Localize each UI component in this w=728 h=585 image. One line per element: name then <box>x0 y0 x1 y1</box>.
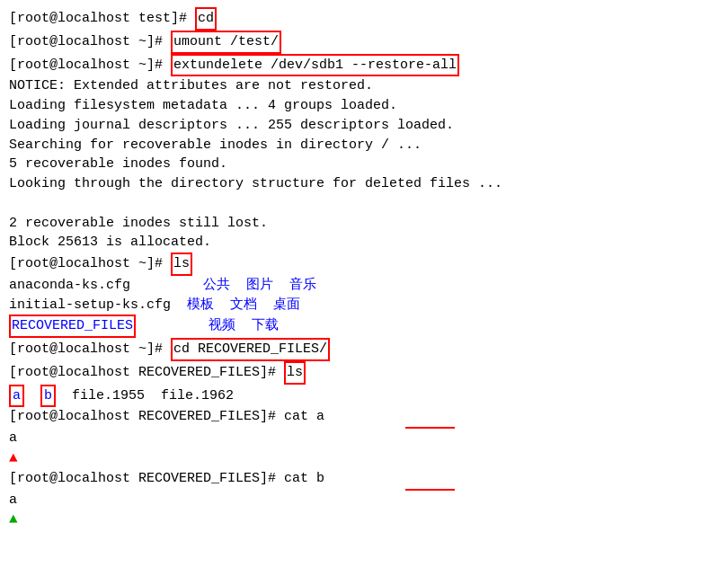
terminal-line: NOTICE: Extended attributes are not rest… <box>9 76 719 96</box>
output-text: a <box>9 429 17 448</box>
cmd-cd-recovered: cd RECOVERED_FILES/ <box>171 338 330 361</box>
terminal-line: Searching for recoverable inodes in dire… <box>9 136 719 155</box>
spacer <box>324 407 405 427</box>
file-b: b <box>40 385 56 408</box>
output-text <box>230 276 246 296</box>
output-text <box>257 296 273 315</box>
output-text: Loading filesystem metadata ... 4 groups… <box>9 96 397 116</box>
prompt: [root@localhost ~]# <box>9 254 171 274</box>
terminal-line: RECOVERED_FILES 视频 下载 <box>9 315 719 338</box>
underline-decoration-red <box>405 407 455 429</box>
output-text: Looking through the directory structure … <box>9 174 502 194</box>
recovered-files-dir: RECOVERED_FILES <box>9 315 136 338</box>
output-text: 图片 <box>246 276 273 296</box>
output-text <box>273 276 289 296</box>
cmd-cd: cd <box>195 7 217 31</box>
terminal-line: [root@localhost ~]# cd RECOVERED_FILES/ <box>9 338 719 361</box>
output-text: NOTICE: Extended attributes are not rest… <box>9 76 373 96</box>
output-text: Loading journal descriptors ... 255 desc… <box>9 116 454 136</box>
prompt: [root@localhost test]# <box>9 9 195 29</box>
prompt: [root@localhost RECOVERED_FILES]# <box>9 363 284 383</box>
output-text: [root@localhost RECOVERED_FILES]# cat a <box>9 407 324 427</box>
output-text: 公共 <box>203 276 230 296</box>
terminal-line: 2 recoverable inodes still lost. <box>9 214 719 234</box>
terminal-line: initial-setup-ks.cfg 模板 文档 桌面 <box>9 296 719 315</box>
output-text: 文档 <box>230 296 257 315</box>
output-text: initial-setup-ks.cfg <box>9 296 187 315</box>
terminal-line: a b file.1955 file.1962 <box>9 385 719 408</box>
output-text: 模板 <box>187 296 214 315</box>
prompt: [root@localhost ~]# <box>9 32 171 52</box>
output-text: 5 recoverable inodes found. <box>9 155 227 174</box>
terminal-line: [root@localhost RECOVERED_FILES]# cat b <box>9 469 719 491</box>
terminal-line: Block 25613 is allocated. <box>9 233 719 253</box>
output-text <box>9 194 17 214</box>
terminal-line: [root@localhost ~]# extundelete /dev/sdb… <box>9 54 719 77</box>
terminal-output: [root@localhost test]# cd [root@localhos… <box>9 7 719 531</box>
terminal-line <box>9 194 719 214</box>
terminal-line: ▲ <box>9 510 719 530</box>
output-text <box>235 316 252 336</box>
terminal-line: [root@localhost ~]# umount /test/ <box>9 31 719 54</box>
output-text <box>136 316 209 336</box>
output-text: 桌面 <box>273 296 300 315</box>
cursor-green: ▲ <box>9 510 18 530</box>
prompt: [root@localhost ~]# <box>9 340 171 359</box>
cmd-umount: umount /test/ <box>171 31 281 54</box>
spacer <box>324 469 405 489</box>
terminal-line: a <box>9 491 719 510</box>
output-text: 下载 <box>252 316 279 336</box>
output-text: [root@localhost RECOVERED_FILES]# cat b <box>9 469 324 489</box>
terminal-line: anaconda-ks.cfg 公共 图片 音乐 <box>9 276 719 296</box>
file-a: a <box>9 385 24 408</box>
terminal-line: ▲ <box>9 448 719 469</box>
cmd-extundelete: extundelete /dev/sdb1 --restore-all <box>171 54 459 77</box>
underline-decoration-red2 <box>405 469 455 491</box>
cmd-ls-recovered: ls <box>284 361 306 385</box>
output-text: 视频 <box>209 316 235 336</box>
output-text: a <box>9 491 17 510</box>
terminal-line: Looking through the directory structure … <box>9 174 719 194</box>
terminal-line: [root@localhost test]# cd <box>9 7 719 31</box>
cursor-red: ▲ <box>9 448 18 469</box>
terminal-line: [root@localhost RECOVERED_FILES]# cat a <box>9 407 719 429</box>
output-text: anaconda-ks.cfg <box>9 276 203 296</box>
terminal-line: Loading journal descriptors ... 255 desc… <box>9 116 719 136</box>
prompt: [root@localhost ~]# <box>9 56 171 75</box>
terminal-line: a <box>9 429 719 448</box>
output-text: Block 25613 is allocated. <box>9 233 211 253</box>
output-text: Searching for recoverable inodes in dire… <box>9 136 422 155</box>
output-text: 2 recoverable inodes still lost. <box>9 214 268 234</box>
output-text: 音乐 <box>289 276 316 296</box>
output-text <box>24 386 40 406</box>
output-text <box>214 296 230 315</box>
terminal-line: Loading filesystem metadata ... 4 groups… <box>9 96 719 116</box>
output-text: file.1955 file.1962 <box>56 386 234 406</box>
terminal-line: 5 recoverable inodes found. <box>9 155 719 174</box>
cmd-ls: ls <box>171 253 192 276</box>
terminal-line: [root@localhost ~]# ls <box>9 253 719 276</box>
terminal-line: [root@localhost RECOVERED_FILES]# ls <box>9 361 719 385</box>
